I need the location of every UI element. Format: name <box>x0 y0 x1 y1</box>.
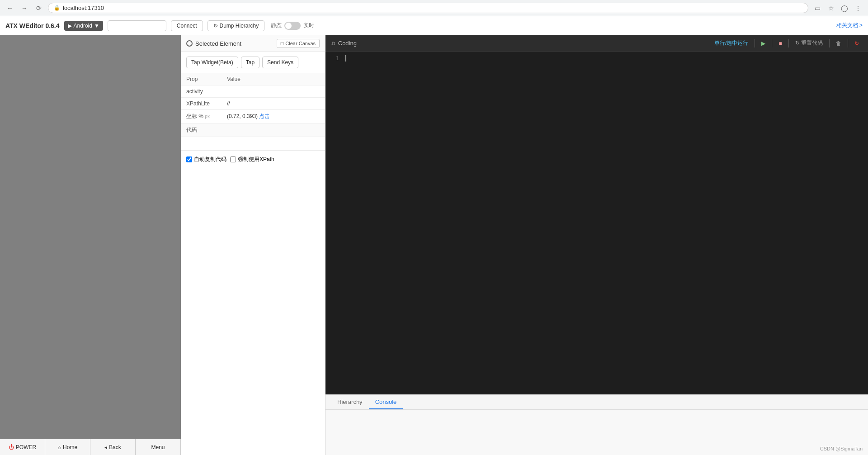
divider <box>848 39 848 47</box>
main-content: Selected Element □ Clear Canvas Tap Widg… <box>0 35 868 455</box>
run-line-button[interactable]: 单行/选中运行 <box>711 38 752 48</box>
table-row: XPathLite // <box>181 98 325 110</box>
static-label: 静态 <box>271 22 282 29</box>
auto-copy-label-text: 自动复制代码 <box>194 156 226 163</box>
lock-icon: 🔒 <box>54 5 60 11</box>
activity-prop-name: activity <box>181 85 222 98</box>
text-cursor <box>345 55 346 62</box>
refresh-button[interactable]: ⟳ <box>33 3 44 14</box>
hierarchy-tab[interactable]: Hierarchy <box>331 395 369 409</box>
back-label: Back <box>109 444 121 450</box>
table-row: 坐标 % px (0.72, 0.393) 点击 <box>181 110 325 123</box>
tap-button[interactable]: Tap <box>241 57 259 68</box>
delete-code-button[interactable]: 🗑 <box>832 39 845 48</box>
back-button[interactable]: ← <box>5 3 15 14</box>
profile-icon[interactable]: ◯ <box>839 3 850 14</box>
divider <box>829 39 830 47</box>
coding-header: ♫ Coding 单行/选中运行 ▶ ■ ↻ 重置代码 🗑 ↻ <box>326 35 868 52</box>
reset-icon: ↻ <box>795 40 800 46</box>
browser-actions: ▭ ☆ ◯ ⋮ <box>812 3 863 14</box>
line-number-1: 1 <box>328 55 339 62</box>
element-panel-header: Selected Element □ Clear Canvas <box>181 35 325 52</box>
realtime-label: 实时 <box>303 22 314 29</box>
footer: ⏻ POWER ⌂ Home ◂ Back Menu <box>0 439 181 455</box>
code-area <box>181 137 325 151</box>
force-xpath-label-text: 强制使用XPath <box>238 156 274 163</box>
code-section-label: 代码 <box>181 123 325 137</box>
power-button[interactable]: ⏻ POWER <box>0 439 45 455</box>
coding-panel: ♫ Coding 单行/选中运行 ▶ ■ ↻ 重置代码 🗑 ↻ <box>326 35 868 455</box>
divider <box>788 39 789 47</box>
power-label: POWER <box>16 444 36 450</box>
refresh-icon: ↻ <box>213 23 218 29</box>
menu-icon[interactable]: ⋮ <box>853 3 863 14</box>
code-content[interactable] <box>342 52 868 394</box>
connect-button[interactable]: Connect <box>171 20 203 31</box>
bookmark-icon[interactable]: ☆ <box>826 3 836 14</box>
dump-hierarchy-button[interactable]: ↻ Dump Hierarchy <box>208 20 265 31</box>
home-icon: ⌂ <box>58 444 61 450</box>
activity-prop-value <box>222 85 325 98</box>
table-row: activity <box>181 85 325 98</box>
checkbox-icon: □ <box>281 41 284 46</box>
coding-title-text: Coding <box>338 40 357 47</box>
coord-prop-name: 坐标 % px <box>181 110 222 123</box>
action-buttons: Tap Widget(Beta) Tap Send Keys <box>181 52 325 73</box>
auto-copy-checkbox[interactable] <box>186 156 192 162</box>
prop-table: Prop Value activity XPathLite // 坐标 % px… <box>181 73 325 123</box>
coord-click-link[interactable]: 点击 <box>259 113 270 119</box>
xpath-prop-value: // <box>222 98 325 110</box>
device-selector-button[interactable]: ▶ Android ▼ <box>64 21 103 31</box>
mode-toggle-group: 静态 实时 <box>271 22 314 30</box>
toggle-knob <box>285 23 292 29</box>
device-label: Android <box>74 23 92 29</box>
power-icon: ⏻ <box>9 444 14 450</box>
line-numbers: 1 <box>326 52 342 394</box>
browser-chrome: ← → ⟳ 🔒 localhost:17310 ▭ ☆ ◯ ⋮ <box>0 0 868 16</box>
checkbox-row: 自动复制代码 强制使用XPath <box>181 151 325 168</box>
menu-label: Menu <box>151 444 165 450</box>
xpath-prop-name: XPathLite <box>181 98 222 110</box>
coord-prop-value: (0.72, 0.393) 点击 <box>222 110 325 123</box>
menu-device-button[interactable]: Menu <box>136 439 181 455</box>
cast-icon[interactable]: ▭ <box>812 3 823 14</box>
bottom-section: Hierarchy Console <box>326 394 868 455</box>
refresh-code-button[interactable]: ↻ <box>851 39 863 48</box>
send-keys-button[interactable]: Send Keys <box>262 57 298 68</box>
auto-copy-checkbox-label[interactable]: 自动复制代码 <box>186 156 226 163</box>
selected-element-label: Selected Element <box>195 40 241 47</box>
bottom-tabs: Hierarchy Console <box>326 394 868 410</box>
coding-actions: 单行/选中运行 ▶ ■ ↻ 重置代码 🗑 ↻ <box>711 38 863 48</box>
app-title: ATX WEditor 0.6.4 <box>5 22 60 29</box>
tap-widget-button[interactable]: Tap Widget(Beta) <box>186 57 238 68</box>
music-icon: ♫ <box>331 40 335 47</box>
back-device-button[interactable]: ◂ Back <box>90 439 136 455</box>
app-header: ATX WEditor 0.6.4 ▶ Android ▼ Connect ↻ … <box>0 16 868 35</box>
console-area <box>326 410 868 455</box>
run-button[interactable]: ▶ <box>758 39 769 48</box>
force-xpath-checkbox-label[interactable]: 强制使用XPath <box>230 156 274 163</box>
dropdown-arrow-icon: ▼ <box>94 23 99 29</box>
value-col-header: Value <box>222 73 325 85</box>
clear-canvas-button[interactable]: □ Clear Canvas <box>277 39 320 48</box>
force-xpath-checkbox[interactable] <box>230 156 236 162</box>
code-editor: 1 <box>326 52 868 394</box>
home-button[interactable]: ⌂ Home <box>45 439 90 455</box>
console-tab[interactable]: Console <box>369 395 403 409</box>
forward-button[interactable]: → <box>19 3 30 14</box>
docs-link[interactable]: 相关文档 > <box>836 22 863 29</box>
divider <box>755 39 755 47</box>
url-text: localhost:17310 <box>63 5 104 11</box>
device-panel <box>0 35 181 455</box>
back-device-icon: ◂ <box>104 444 107 450</box>
element-panel: Selected Element □ Clear Canvas Tap Widg… <box>181 35 326 455</box>
device-input[interactable] <box>108 20 166 31</box>
selected-element-icon <box>186 40 193 47</box>
stop-button[interactable]: ■ <box>775 39 785 48</box>
element-title: Selected Element <box>186 40 241 47</box>
coord-value-text: (0.72, 0.393) <box>227 113 259 119</box>
mode-toggle-switch[interactable] <box>284 22 301 30</box>
reset-code-button[interactable]: ↻ 重置代码 <box>792 38 826 48</box>
address-bar[interactable]: 🔒 localhost:17310 <box>48 3 808 13</box>
prop-col-header: Prop <box>181 73 222 85</box>
